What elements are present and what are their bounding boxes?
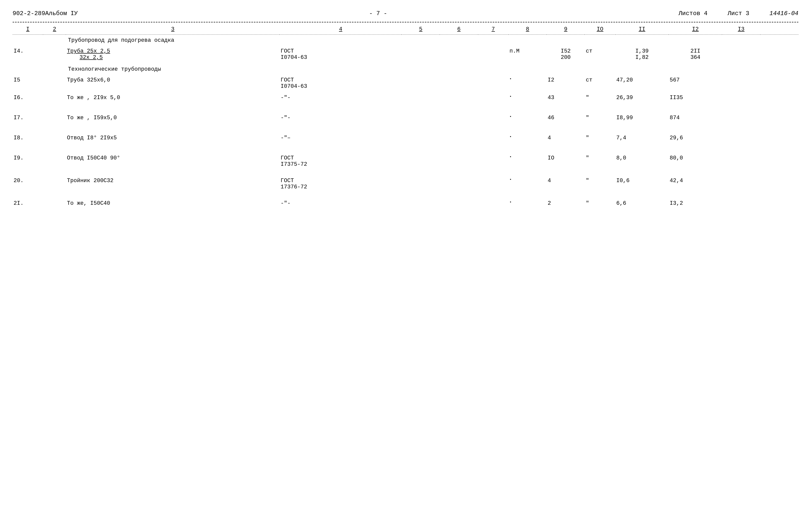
row-i6-col11: II35	[669, 91, 722, 111]
row-i9-col11: 80,0	[669, 151, 722, 174]
row-20-name: Тройник 200С32	[66, 174, 280, 197]
row-i4-col5	[402, 45, 440, 62]
row-20-col7	[478, 174, 508, 197]
row-i8-name: Отвод I8° 2I9х5	[66, 131, 280, 151]
row-i6-col9: "	[585, 91, 615, 111]
row-i6-col10: 26,39	[615, 91, 669, 111]
row-i7-col13	[760, 111, 798, 131]
row-i4-col11: 2II 364	[669, 45, 722, 62]
row-21-col12	[722, 197, 760, 219]
row-i4-col9: ст	[585, 45, 615, 62]
row-i7-col10: I8,99	[615, 111, 669, 131]
col-header-5: 5	[402, 24, 440, 35]
row-i6-col13	[760, 91, 798, 111]
row-20-col13	[760, 174, 798, 197]
row-21-col5	[402, 197, 440, 219]
sh2-empty-2	[43, 62, 66, 74]
row-21-name: То же, I50С40	[66, 197, 280, 219]
table-row: I8. Отвод I8° 2I9х5 -"– • 4 " 7,4 29,6	[13, 131, 798, 151]
col-header-8: 8	[508, 24, 547, 35]
row-i4-col7b: п.М	[508, 45, 547, 62]
row-i9-gost: ГОСТ I7375-72	[280, 151, 402, 174]
row-i8-col13	[760, 131, 798, 151]
row-i7-gost: -"-	[280, 111, 402, 131]
doc-number: 14416-04	[769, 10, 798, 17]
row-i8-col5	[402, 131, 440, 151]
row-i4-name: Труба 25х 2,5 32х 2,5	[66, 45, 280, 62]
row-21-gost: -"-	[280, 197, 402, 219]
row-i6-empty	[43, 91, 66, 111]
row-i5-col9: ст	[585, 74, 615, 91]
row-i4-col7	[478, 45, 508, 62]
row-i5-col7	[478, 74, 508, 91]
row-i4-col12	[722, 45, 760, 62]
row-20-num: 20.	[13, 174, 43, 197]
row-i8-col7b: •	[508, 131, 547, 151]
row-i8-col11: 29,6	[669, 131, 722, 151]
row-i9-col8: IO	[547, 151, 585, 174]
row-i4-num: I4.	[13, 45, 43, 62]
col-header-13: I3	[722, 24, 760, 35]
row-i7-col11: 874	[669, 111, 722, 131]
doc-title: 902-2-289Альбом IУ	[13, 10, 78, 17]
row-21-empty	[43, 197, 66, 219]
subheader-row-1: Трубопровод для подогрева осадка	[13, 35, 798, 45]
row-i9-name: Отвод I50С40 90°	[66, 151, 280, 174]
row-i8-col9: "	[585, 131, 615, 151]
row-i5-col7b: •	[508, 74, 547, 91]
page-header: 902-2-289Альбом IУ - 7 - Листов 4 Лист 3…	[13, 10, 798, 19]
row-i5-col13	[760, 74, 798, 91]
row-i5-col6	[440, 74, 478, 91]
table-row: 20. Тройник 200С32 ГОСТ 17376-72 • 4 " I…	[13, 174, 798, 197]
row-i7-col6	[440, 111, 478, 131]
row-21-col13	[760, 197, 798, 219]
col-header-6: 6	[440, 24, 478, 35]
top-rule	[13, 22, 798, 22]
row-i4-col10: I,39 I,82	[615, 45, 669, 62]
row-i5-name: Труба 325х6,0	[66, 74, 280, 91]
row-i6-col7	[478, 91, 508, 111]
row-i6-col12	[722, 91, 760, 111]
row-i9-col5	[402, 151, 440, 174]
row-i6-col7b: •	[508, 91, 547, 111]
row-i6-num: I6.	[13, 91, 43, 111]
sheets-label: Листов 4	[678, 10, 707, 17]
row-20-col8: 4	[547, 174, 585, 197]
subheader-1-text: Трубопровод для подогрева осадка	[66, 35, 798, 45]
row-i8-empty	[43, 131, 66, 151]
row-i7-num: I7.	[13, 111, 43, 131]
row-i4-empty	[43, 45, 66, 62]
row-i9-col7b: •	[508, 151, 547, 174]
col-header-extra	[760, 24, 798, 35]
page-number: - 7 -	[369, 10, 387, 17]
row-21-num: 2I.	[13, 197, 43, 219]
row-i5-col12	[722, 74, 760, 91]
row-i8-col12	[722, 131, 760, 151]
main-table: I 2 3 4 5 6 7 8 9 IO II I2 I3	[13, 24, 798, 219]
col-header-7: 7	[478, 24, 508, 35]
col-header-2: 2	[43, 24, 66, 35]
row-20-gost: ГОСТ 17376-72	[280, 174, 402, 197]
table-row: I4. Труба 25х 2,5 32х 2,5 ГОСТ I0704-63 …	[13, 45, 798, 62]
row-i5-col8: I2	[547, 74, 585, 91]
sh1-empty-2	[43, 35, 66, 45]
row-20-empty	[43, 174, 66, 197]
row-21-col7	[478, 197, 508, 219]
table-row: I5 Труба 325х6,0 ГОСТ I0704-63 • I2 ст 4…	[13, 74, 798, 91]
col-header-9: 9	[547, 24, 585, 35]
row-i9-col12	[722, 151, 760, 174]
row-i4-col6	[440, 45, 478, 62]
row-i9-empty	[43, 151, 66, 174]
table-row: I7. То же , I59х5,0 -"- • 46 " I8,99 874	[13, 111, 798, 131]
row-i9-num: I9.	[13, 151, 43, 174]
col-header-4: 4	[280, 24, 402, 35]
row-i7-col7b: •	[508, 111, 547, 131]
row-i8-col6	[440, 131, 478, 151]
row-i7-col8: 46	[547, 111, 585, 131]
row-i7-col12	[722, 111, 760, 131]
row-21-col11: I3,2	[669, 197, 722, 219]
row-i5-gost: ГОСТ I0704-63	[280, 74, 402, 91]
row-i6-col5	[402, 91, 440, 111]
row-20-col5	[402, 174, 440, 197]
row-i8-gost: -"–	[280, 131, 402, 151]
